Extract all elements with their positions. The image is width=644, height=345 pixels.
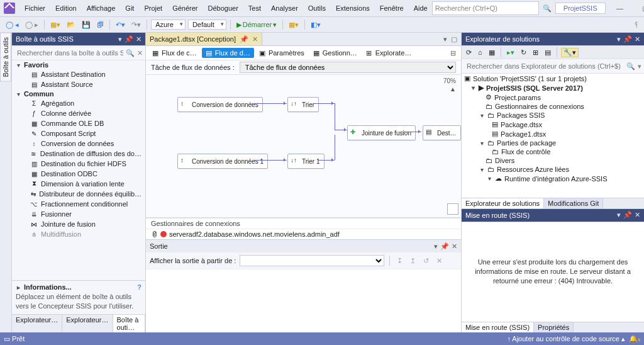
connection-item[interactable]: 🛢 serveradf2.database.windows.net.moviel…	[146, 229, 461, 239]
refresh-icon[interactable]: ↻	[519, 47, 528, 58]
node-merge-join[interactable]: ✚Jointure de fusion	[347, 125, 416, 140]
toolbox-item[interactable]: ΣAgrégation	[12, 98, 145, 108]
config-dropdown[interactable]: Azure	[151, 20, 186, 30]
connector[interactable]	[252, 103, 287, 104]
toolbox-item[interactable]: ⧗Dimension à variation lente	[12, 179, 145, 189]
output-tool-icon[interactable]: ↧	[395, 256, 404, 266]
close-icon[interactable]: ✕	[252, 35, 258, 43]
save-all-icon[interactable]: 🗐	[95, 20, 106, 30]
tree-item[interactable]: 🗀Flux de contrôle	[462, 147, 644, 156]
toolbox-item[interactable]: ▤Assistant Destination	[12, 69, 145, 79]
tool-icon[interactable]: ▦	[487, 47, 497, 58]
bottom-tab[interactable]: Modifications Git	[544, 198, 603, 208]
bottom-tab[interactable]: Propriétés	[534, 322, 574, 332]
bottom-tab[interactable]: Explorateur…	[12, 315, 62, 332]
wrench-icon[interactable]: 🔧▾	[561, 48, 579, 57]
toolbox-item[interactable]: ⋔Multidiffusion	[12, 229, 145, 239]
tree-item[interactable]: ▾🗀Ressources Azure liées	[462, 165, 644, 174]
connector[interactable]	[402, 132, 421, 132]
chevron-right-icon[interactable]: ▸	[16, 284, 21, 291]
toolbox-item[interactable]: ⌥Fractionnement conditionnel	[12, 199, 145, 209]
dropdown-icon[interactable]: ▾	[434, 242, 438, 251]
tree-item[interactable]: ▤Package1.dtsx	[462, 129, 644, 139]
undo-icon[interactable]: ↶▾	[114, 20, 127, 30]
tool-icon[interactable]: ▤	[543, 47, 553, 58]
pin-icon[interactable]: 📌	[623, 35, 632, 43]
toolbox-item[interactable]: ƒColonne dérivée	[12, 108, 145, 118]
help-icon[interactable]: ?	[137, 283, 142, 291]
tool-icon[interactable]: ▸▾	[505, 47, 516, 58]
menu-item[interactable]: Aide	[409, 2, 432, 14]
connector[interactable]	[318, 160, 335, 161]
toolbox-item[interactable]: ✎Composant Script	[12, 128, 145, 139]
fit-to-window-button[interactable]	[447, 203, 458, 215]
bottom-tab[interactable]: Boîte à outi…	[113, 315, 145, 332]
solution-search-input[interactable]	[464, 61, 626, 71]
node-destination[interactable]: ▤Dest…	[423, 125, 461, 140]
toolbox-group[interactable]: ▾Favoris	[12, 60, 145, 69]
connector[interactable]	[335, 130, 347, 130]
nav-fwd-button[interactable]: ◯ ▸	[23, 20, 40, 30]
close-icon[interactable]: ✕	[136, 35, 142, 43]
tab-data-flow[interactable]: ▤Flux de d…	[202, 48, 254, 58]
sync-icon[interactable]: ⟳	[464, 47, 474, 58]
menu-item[interactable]: Générer	[168, 2, 202, 14]
menu-item[interactable]: Git	[121, 2, 138, 14]
tab-control-flow[interactable]: ▦Flux de c…	[148, 48, 201, 58]
notifications-icon[interactable]: 🔔₃	[629, 335, 640, 343]
maximize-icon[interactable]: ▢	[451, 35, 457, 43]
start-debug-button[interactable]: ▶ Démarrer ▾	[235, 20, 279, 30]
node-sort-2[interactable]: ↓↑Trier 1	[287, 154, 325, 169]
menu-item[interactable]: Test	[244, 2, 265, 14]
toolbox-item[interactable]: ▦Commande OLE DB	[12, 118, 145, 128]
tree-item[interactable]: 🗀Gestionnaires de connexions	[462, 102, 644, 111]
project-node[interactable]: ▾▶ProjetSSIS (SQL Server 2017)	[462, 83, 644, 93]
bottom-tab[interactable]: Mise en route (SSIS)	[462, 322, 534, 332]
home-icon[interactable]: ⌂	[476, 47, 484, 57]
tab-parameters[interactable]: ▣Paramètres	[255, 48, 308, 58]
toolbox-search-input[interactable]	[14, 48, 126, 58]
tree-item[interactable]: ▾🗀Packages SSIS	[462, 111, 644, 120]
new-project-icon[interactable]: ▦▾	[48, 20, 62, 30]
solution-node[interactable]: ▣Solution 'ProjetSSIS' (1 sur 1 projets)	[462, 74, 644, 83]
toolbox-group[interactable]: ▾Commun	[12, 89, 145, 98]
menu-item[interactable]: Affichage	[82, 2, 120, 14]
tree-item[interactable]: ⚙Project.params	[462, 93, 644, 102]
output-tool-icon[interactable]: ✕	[435, 256, 444, 266]
close-icon[interactable]: ✕	[452, 242, 457, 251]
tree-item[interactable]: ▾☁Runtime d'intégration Azure-SSIS	[462, 174, 644, 183]
toolbox-item[interactable]: ⋈Jointure de fusion	[12, 219, 145, 229]
dropdown-icon[interactable]: ▾	[617, 211, 621, 219]
toolbox-item[interactable]: ⇊Fusionner	[12, 209, 145, 219]
menu-item[interactable]: Edition	[51, 2, 81, 14]
tab-package-explorer[interactable]: ⊞Explorate…	[362, 48, 415, 58]
task-dropdown[interactable]: Tâche de flux de données	[240, 62, 456, 73]
node-sort-1[interactable]: ↓↑Trier	[287, 97, 319, 112]
menu-item[interactable]: Extensions	[331, 2, 374, 14]
toolbar-icon[interactable]: ▦▾	[287, 20, 301, 30]
toolbox-item[interactable]: ▥Destination du fichier HDFS	[12, 159, 145, 169]
pin-icon[interactable]: 📌	[240, 35, 248, 43]
overflow-icon[interactable]: ⊟	[450, 49, 458, 57]
dropdown-icon[interactable]: ▾	[617, 35, 621, 43]
connector[interactable]	[314, 103, 335, 104]
output-tool-icon[interactable]: ↥	[408, 256, 418, 266]
tree-item[interactable]: ▾🗀Parties de package	[462, 139, 644, 147]
minimize-button[interactable]: —	[609, 4, 631, 12]
node-convert-2[interactable]: ↕Conversion de données 1	[177, 154, 268, 169]
menu-item[interactable]: Projet	[140, 2, 167, 14]
toolbar-icon[interactable]: ◧▾	[309, 20, 323, 30]
menu-item[interactable]: Outils	[304, 2, 330, 14]
toolbox-item[interactable]: ≋Destination de diffusion des do…	[12, 149, 145, 159]
menu-item[interactable]: Fenêtre	[375, 2, 408, 14]
doc-dropdown-icon[interactable]: ▾	[443, 35, 447, 43]
toolbox-item[interactable]: ▦Destination ODBC	[12, 169, 145, 179]
open-icon[interactable]: 📂	[65, 20, 77, 30]
tree-item[interactable]: ▤Package.dtsx	[462, 120, 644, 129]
rail-tab-toolbox[interactable]: Boîte à outils	[0, 33, 11, 82]
toolbox-item[interactable]: ↕Conversion de données	[12, 139, 145, 149]
toolbox-item[interactable]: ⇆Distributeur de données équilib…	[12, 189, 145, 199]
save-icon[interactable]: 💾	[80, 20, 92, 30]
tool-icon[interactable]: ⊞	[531, 47, 540, 58]
bottom-tab[interactable]: Explorateur…	[62, 315, 113, 332]
